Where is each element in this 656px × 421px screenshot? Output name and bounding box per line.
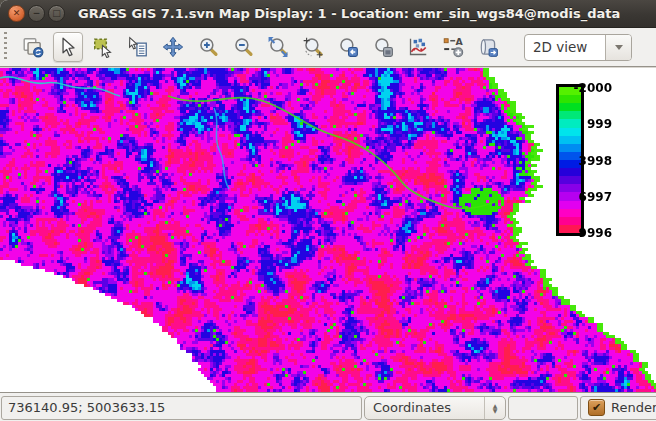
close-button[interactable]: ✕ — [8, 5, 25, 22]
legend-label: 3998 — [579, 155, 612, 168]
legend-label: 6997 — [579, 191, 612, 204]
pointer-icon — [57, 36, 79, 58]
zoom-out-button[interactable] — [228, 32, 258, 62]
zoom-region-button[interactable] — [298, 32, 328, 62]
titlebar[interactable]: ✕ − □ GRASS GIS 7.1.svn Map Display: 1 -… — [0, 0, 656, 28]
query-icon — [127, 36, 149, 58]
maximize-icon: □ — [52, 9, 61, 18]
zoom-back-button[interactable] — [333, 32, 363, 62]
zoom-in-button[interactable] — [193, 32, 223, 62]
chevron-down-icon — [615, 45, 623, 54]
zoom-extent-icon — [267, 36, 289, 58]
toolbar: A 2D view — [0, 28, 656, 67]
window-controls: ✕ − □ — [8, 5, 65, 22]
window-title: GRASS GIS 7.1.svn Map Display: 1 - Locat… — [78, 6, 620, 21]
legend-label: -2000 — [574, 82, 612, 95]
raster-legend: -2000999399869979996 — [556, 84, 612, 254]
legend-color-step — [559, 119, 581, 127]
legend-color-step — [559, 95, 581, 103]
close-icon: ✕ — [13, 9, 21, 18]
toolbar-grip-handle[interactable] — [4, 32, 7, 62]
zoom-out-icon — [232, 36, 254, 58]
add-overlay-button[interactable]: A — [438, 32, 468, 62]
render-toggle[interactable]: ✔ Render — [580, 396, 656, 420]
zoom-options-icon — [372, 36, 394, 58]
legend-color-step — [559, 209, 581, 217]
render-checkbox[interactable]: ✔ — [588, 399, 605, 416]
pan-button[interactable] — [158, 32, 188, 62]
svg-text:A: A — [455, 36, 463, 47]
minimize-icon: − — [33, 9, 41, 18]
coordinates-display: 736140.95; 5003633.15 — [1, 396, 362, 420]
view-mode-dropdown-button[interactable] — [605, 35, 631, 60]
minimize-button[interactable]: − — [28, 5, 45, 22]
check-icon: ✔ — [592, 401, 601, 414]
zoom-back-icon — [337, 36, 359, 58]
maximize-button[interactable]: □ — [48, 5, 65, 22]
analyze-button[interactable] — [403, 32, 433, 62]
query-button[interactable] — [123, 32, 153, 62]
analyze-icon — [407, 36, 429, 58]
statusbar-mode-select[interactable]: Coordinates ▲▼ — [364, 396, 506, 420]
select-region-button[interactable] — [88, 32, 118, 62]
toolbar-buttons: A — [18, 32, 508, 62]
add-overlay-icon: A — [442, 36, 464, 58]
zoom-region-icon — [302, 36, 324, 58]
render-display-icon — [22, 36, 44, 58]
zoom-options-button[interactable] — [368, 32, 398, 62]
pan-icon — [162, 36, 184, 58]
view-mode-value: 2D view — [525, 35, 605, 60]
statusbar-progress-area — [508, 396, 578, 420]
legend-color-step — [559, 168, 581, 176]
view-mode-select[interactable]: 2D view — [524, 34, 632, 61]
legend-color-step — [559, 136, 581, 144]
legend-color-step — [559, 217, 581, 225]
statusbar: 736140.95; 5003633.15 Coordinates ▲▼ ✔ R… — [0, 392, 656, 421]
legend-color-step — [559, 111, 581, 119]
zoom-in-icon — [197, 36, 219, 58]
legend-color-step — [559, 144, 581, 152]
legend-color-step — [559, 128, 581, 136]
render-label: Render — [611, 400, 656, 415]
map-export-button[interactable] — [473, 32, 503, 62]
zoom-extent-button[interactable] — [263, 32, 293, 62]
spinner-arrows[interactable]: ▲▼ — [484, 397, 505, 419]
grass-map-display-window: ✕ − □ GRASS GIS 7.1.svn Map Display: 1 -… — [0, 0, 656, 421]
pointer-button[interactable] — [53, 32, 83, 62]
map-display-area: -2000999399869979996 — [0, 67, 656, 392]
statusbar-mode-value: Coordinates — [365, 400, 484, 415]
legend-label: 9996 — [579, 227, 612, 240]
coordinates-value: 736140.95; 5003633.15 — [8, 400, 165, 415]
select-region-icon — [92, 36, 114, 58]
render-display-button[interactable] — [18, 32, 48, 62]
legend-color-step — [559, 103, 581, 111]
legend-color-step — [559, 176, 581, 184]
spin-down-icon: ▼ — [493, 408, 498, 413]
legend-label: 999 — [587, 118, 612, 131]
map-export-icon — [477, 36, 499, 58]
